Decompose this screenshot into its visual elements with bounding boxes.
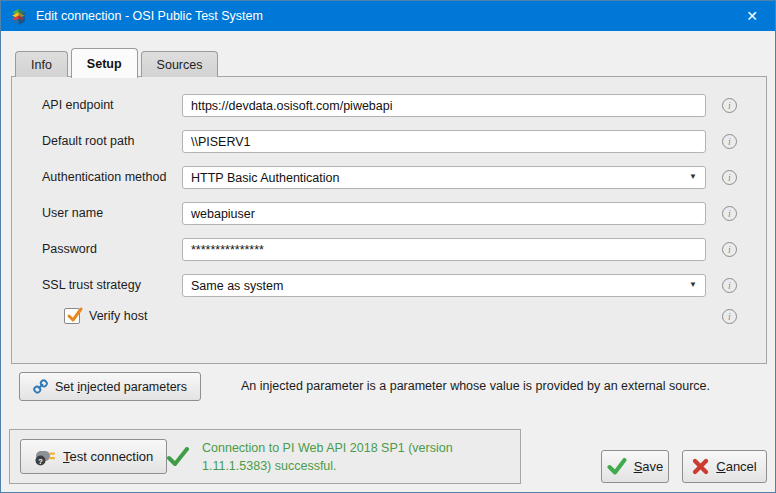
user-name-input[interactable] xyxy=(182,202,706,225)
user-name-label: User name xyxy=(42,202,103,225)
authentication-method-label: Authentication method xyxy=(42,166,166,189)
password-label: Password xyxy=(42,238,97,261)
test-connection-group: ? Test connection Connection to PI Web A… xyxy=(9,429,521,484)
password-input[interactable] xyxy=(182,238,706,261)
verify-host-label: Verify host xyxy=(89,309,147,323)
tab-info[interactable]: Info xyxy=(15,51,68,77)
ssl-trust-strategy-select[interactable]: Same as system ▼ xyxy=(182,274,706,297)
close-icon: ✕ xyxy=(746,8,758,24)
success-check-icon xyxy=(166,447,190,467)
default-root-path-label: Default root path xyxy=(42,130,134,153)
window-title: Edit connection - OSI Public Test System xyxy=(36,9,263,23)
info-icon[interactable]: i xyxy=(722,309,737,324)
cancel-x-icon xyxy=(692,458,709,475)
tab-strip: Info Setup Sources xyxy=(15,47,221,77)
title-bar: Edit connection - OSI Public Test System xyxy=(1,1,775,31)
cancel-button[interactable]: Cancel xyxy=(682,450,767,483)
info-icon[interactable]: i xyxy=(722,170,737,185)
link-icon xyxy=(33,379,48,394)
set-injected-parameters-button[interactable]: Set injected parameters xyxy=(19,372,201,401)
chevron-down-icon: ▼ xyxy=(689,280,697,289)
verify-host-row: Verify host xyxy=(64,308,147,324)
injected-parameter-description: An injected parameter is a parameter who… xyxy=(241,372,710,401)
save-button[interactable]: Save xyxy=(601,450,669,483)
tab-setup[interactable]: Setup xyxy=(71,48,138,78)
info-icon[interactable]: i xyxy=(722,278,737,293)
chevron-down-icon: ▼ xyxy=(689,172,697,181)
save-check-icon xyxy=(607,458,627,475)
ssl-trust-strategy-label: SSL trust strategy xyxy=(42,274,141,297)
info-icon[interactable]: i xyxy=(722,134,737,149)
edit-connection-dialog: Edit connection - OSI Public Test System… xyxy=(0,0,776,493)
tab-sources[interactable]: Sources xyxy=(141,51,219,77)
plug-test-icon: ? xyxy=(34,447,56,467)
setup-tab-panel: API endpoint i Default root path i Authe… xyxy=(11,76,767,364)
test-connection-button[interactable]: ? Test connection xyxy=(20,439,167,474)
svg-text:?: ? xyxy=(38,456,43,465)
info-icon[interactable]: i xyxy=(722,242,737,257)
close-button[interactable]: ✕ xyxy=(729,1,775,31)
connection-status-message: Connection to PI Web API 2018 SP1 (versi… xyxy=(202,440,514,475)
app-icon xyxy=(10,8,27,25)
api-endpoint-label: API endpoint xyxy=(42,94,114,117)
default-root-path-input[interactable] xyxy=(182,130,706,153)
api-endpoint-input[interactable] xyxy=(182,94,706,117)
info-icon[interactable]: i xyxy=(722,206,737,221)
authentication-method-select[interactable]: HTTP Basic Authentication ▼ xyxy=(182,166,706,189)
checkmark-icon xyxy=(66,306,84,324)
verify-host-checkbox[interactable] xyxy=(64,308,80,324)
info-icon[interactable]: i xyxy=(722,98,737,113)
